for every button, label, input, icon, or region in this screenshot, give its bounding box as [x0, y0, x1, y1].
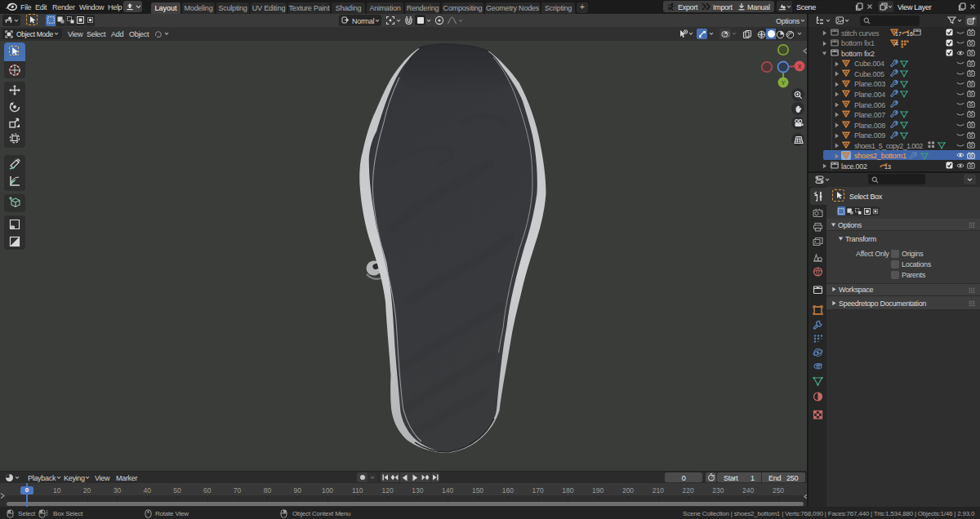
svg-text:X: X [798, 64, 802, 69]
svg-text:Y: Y [782, 80, 786, 86]
